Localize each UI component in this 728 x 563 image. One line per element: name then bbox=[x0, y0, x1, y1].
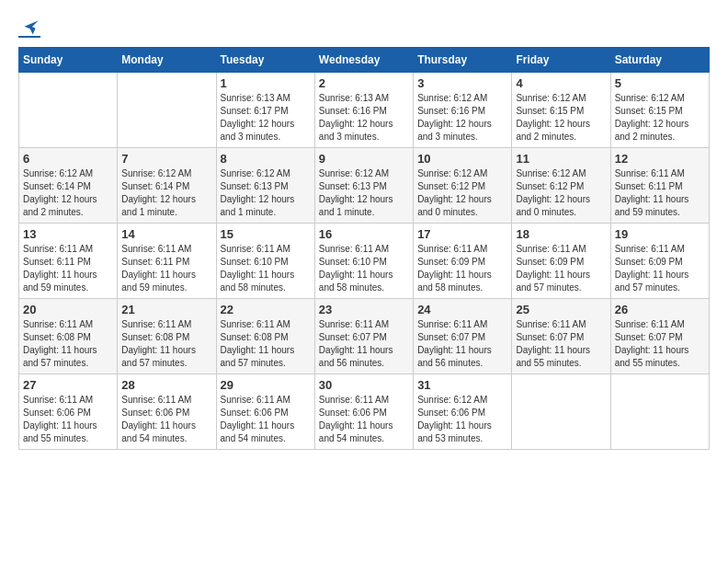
day-number: 19 bbox=[615, 227, 705, 241]
day-info: Sunrise: 6:11 AM Sunset: 6:06 PM Dayligh… bbox=[221, 394, 311, 445]
calendar-week-row: 1Sunrise: 6:13 AM Sunset: 6:17 PM Daylig… bbox=[19, 73, 710, 148]
day-info: Sunrise: 6:11 AM Sunset: 6:06 PM Dayligh… bbox=[121, 394, 211, 445]
col-header-friday: Friday bbox=[512, 48, 610, 73]
day-info: Sunrise: 6:11 AM Sunset: 6:07 PM Dayligh… bbox=[615, 318, 705, 370]
logo-bird-icon bbox=[22, 18, 40, 37]
calendar-week-row: 6Sunrise: 6:12 AM Sunset: 6:14 PM Daylig… bbox=[19, 148, 710, 224]
day-info: Sunrise: 6:12 AM Sunset: 6:15 PM Dayligh… bbox=[615, 92, 705, 144]
calendar-cell: 23Sunrise: 6:11 AM Sunset: 6:07 PM Dayli… bbox=[314, 299, 413, 374]
calendar-cell: 7Sunrise: 6:12 AM Sunset: 6:14 PM Daylig… bbox=[118, 148, 216, 224]
calendar-week-row: 20Sunrise: 6:11 AM Sunset: 6:08 PM Dayli… bbox=[19, 299, 710, 374]
calendar-cell: 13Sunrise: 6:11 AM Sunset: 6:11 PM Dayli… bbox=[19, 224, 118, 299]
day-info: Sunrise: 6:12 AM Sunset: 6:15 PM Dayligh… bbox=[516, 92, 606, 144]
day-number: 30 bbox=[319, 378, 409, 392]
calendar-cell: 10Sunrise: 6:12 AM Sunset: 6:12 PM Dayli… bbox=[414, 148, 512, 224]
day-number: 14 bbox=[121, 227, 211, 241]
day-number: 13 bbox=[23, 227, 113, 241]
calendar-cell: 12Sunrise: 6:11 AM Sunset: 6:11 PM Dayli… bbox=[610, 148, 709, 224]
day-info: Sunrise: 6:11 AM Sunset: 6:07 PM Dayligh… bbox=[319, 318, 409, 370]
calendar-cell bbox=[610, 374, 709, 450]
calendar-cell bbox=[19, 73, 118, 148]
col-header-thursday: Thursday bbox=[414, 48, 512, 73]
day-number: 22 bbox=[221, 303, 311, 316]
day-number: 3 bbox=[417, 76, 507, 90]
day-number: 26 bbox=[615, 303, 705, 316]
day-info: Sunrise: 6:11 AM Sunset: 6:11 PM Dayligh… bbox=[121, 243, 211, 294]
calendar-cell: 16Sunrise: 6:11 AM Sunset: 6:10 PM Dayli… bbox=[314, 224, 413, 299]
calendar-cell: 27Sunrise: 6:11 AM Sunset: 6:06 PM Dayli… bbox=[19, 374, 118, 450]
day-info: Sunrise: 6:13 AM Sunset: 6:16 PM Dayligh… bbox=[319, 92, 409, 144]
day-number: 5 bbox=[615, 76, 705, 90]
calendar-cell: 30Sunrise: 6:11 AM Sunset: 6:06 PM Dayli… bbox=[314, 374, 413, 450]
day-number: 31 bbox=[417, 378, 507, 392]
calendar-cell: 29Sunrise: 6:11 AM Sunset: 6:06 PM Dayli… bbox=[216, 374, 314, 450]
day-number: 24 bbox=[417, 303, 507, 316]
calendar-cell: 28Sunrise: 6:11 AM Sunset: 6:06 PM Dayli… bbox=[118, 374, 216, 450]
col-header-sunday: Sunday bbox=[19, 48, 118, 73]
col-header-monday: Monday bbox=[118, 48, 216, 73]
calendar-cell: 18Sunrise: 6:11 AM Sunset: 6:09 PM Dayli… bbox=[512, 224, 610, 299]
day-info: Sunrise: 6:11 AM Sunset: 6:09 PM Dayligh… bbox=[516, 243, 606, 294]
day-number: 8 bbox=[221, 152, 311, 166]
day-number: 12 bbox=[615, 152, 705, 166]
day-info: Sunrise: 6:11 AM Sunset: 6:10 PM Dayligh… bbox=[319, 243, 409, 294]
day-info: Sunrise: 6:11 AM Sunset: 6:07 PM Dayligh… bbox=[417, 318, 507, 370]
day-info: Sunrise: 6:11 AM Sunset: 6:08 PM Dayligh… bbox=[23, 318, 113, 370]
day-number: 4 bbox=[516, 76, 606, 90]
calendar-cell: 4Sunrise: 6:12 AM Sunset: 6:15 PM Daylig… bbox=[512, 73, 610, 148]
day-number: 17 bbox=[417, 227, 507, 241]
calendar-week-row: 13Sunrise: 6:11 AM Sunset: 6:11 PM Dayli… bbox=[19, 224, 710, 299]
day-number: 11 bbox=[516, 152, 606, 166]
day-number: 20 bbox=[23, 303, 113, 316]
day-number: 10 bbox=[417, 152, 507, 166]
calendar-table: SundayMondayTuesdayWednesdayThursdayFrid… bbox=[18, 47, 710, 450]
calendar-cell: 20Sunrise: 6:11 AM Sunset: 6:08 PM Dayli… bbox=[19, 299, 118, 374]
calendar-cell: 31Sunrise: 6:12 AM Sunset: 6:06 PM Dayli… bbox=[414, 374, 512, 450]
logo-underline bbox=[18, 36, 40, 38]
day-info: Sunrise: 6:12 AM Sunset: 6:12 PM Dayligh… bbox=[417, 167, 507, 219]
calendar-cell: 3Sunrise: 6:12 AM Sunset: 6:16 PM Daylig… bbox=[414, 73, 512, 148]
day-number: 27 bbox=[23, 378, 113, 392]
day-number: 15 bbox=[221, 227, 311, 241]
calendar-cell: 26Sunrise: 6:11 AM Sunset: 6:07 PM Dayli… bbox=[610, 299, 709, 374]
calendar-cell: 25Sunrise: 6:11 AM Sunset: 6:07 PM Dayli… bbox=[512, 299, 610, 374]
day-number: 25 bbox=[516, 303, 606, 316]
calendar-cell: 8Sunrise: 6:12 AM Sunset: 6:13 PM Daylig… bbox=[216, 148, 314, 224]
day-number: 16 bbox=[319, 227, 409, 241]
day-info: Sunrise: 6:11 AM Sunset: 6:06 PM Dayligh… bbox=[23, 394, 113, 445]
day-number: 28 bbox=[121, 378, 211, 392]
day-info: Sunrise: 6:11 AM Sunset: 6:11 PM Dayligh… bbox=[23, 243, 113, 294]
calendar-week-row: 27Sunrise: 6:11 AM Sunset: 6:06 PM Dayli… bbox=[19, 374, 710, 450]
calendar-cell bbox=[512, 374, 610, 450]
day-number: 18 bbox=[516, 227, 606, 241]
day-number: 23 bbox=[319, 303, 409, 316]
calendar-cell: 24Sunrise: 6:11 AM Sunset: 6:07 PM Dayli… bbox=[414, 299, 512, 374]
calendar-cell bbox=[118, 73, 216, 148]
calendar-cell: 17Sunrise: 6:11 AM Sunset: 6:09 PM Dayli… bbox=[414, 224, 512, 299]
day-number: 1 bbox=[221, 76, 311, 90]
day-info: Sunrise: 6:12 AM Sunset: 6:12 PM Dayligh… bbox=[516, 167, 606, 219]
calendar-cell: 6Sunrise: 6:12 AM Sunset: 6:14 PM Daylig… bbox=[19, 148, 118, 224]
day-info: Sunrise: 6:11 AM Sunset: 6:08 PM Dayligh… bbox=[121, 318, 211, 370]
day-info: Sunrise: 6:12 AM Sunset: 6:14 PM Dayligh… bbox=[23, 167, 113, 219]
day-number: 2 bbox=[319, 76, 409, 90]
day-info: Sunrise: 6:11 AM Sunset: 6:10 PM Dayligh… bbox=[221, 243, 311, 294]
day-info: Sunrise: 6:11 AM Sunset: 6:06 PM Dayligh… bbox=[319, 394, 409, 445]
day-info: Sunrise: 6:12 AM Sunset: 6:14 PM Dayligh… bbox=[121, 167, 211, 219]
day-info: Sunrise: 6:11 AM Sunset: 6:11 PM Dayligh… bbox=[615, 167, 705, 219]
calendar-cell: 15Sunrise: 6:11 AM Sunset: 6:10 PM Dayli… bbox=[216, 224, 314, 299]
logo bbox=[18, 18, 40, 38]
calendar-cell: 22Sunrise: 6:11 AM Sunset: 6:08 PM Dayli… bbox=[216, 299, 314, 374]
calendar-cell: 2Sunrise: 6:13 AM Sunset: 6:16 PM Daylig… bbox=[314, 73, 413, 148]
day-info: Sunrise: 6:12 AM Sunset: 6:13 PM Dayligh… bbox=[319, 167, 409, 219]
day-info: Sunrise: 6:12 AM Sunset: 6:16 PM Dayligh… bbox=[417, 92, 507, 144]
day-info: Sunrise: 6:11 AM Sunset: 6:09 PM Dayligh… bbox=[417, 243, 507, 294]
day-number: 7 bbox=[121, 152, 211, 166]
page-header bbox=[18, 18, 710, 38]
calendar-cell: 14Sunrise: 6:11 AM Sunset: 6:11 PM Dayli… bbox=[118, 224, 216, 299]
day-info: Sunrise: 6:13 AM Sunset: 6:17 PM Dayligh… bbox=[221, 92, 311, 144]
col-header-saturday: Saturday bbox=[610, 48, 709, 73]
calendar-header-row: SundayMondayTuesdayWednesdayThursdayFrid… bbox=[19, 48, 710, 73]
day-info: Sunrise: 6:12 AM Sunset: 6:13 PM Dayligh… bbox=[221, 167, 311, 219]
day-number: 29 bbox=[221, 378, 311, 392]
